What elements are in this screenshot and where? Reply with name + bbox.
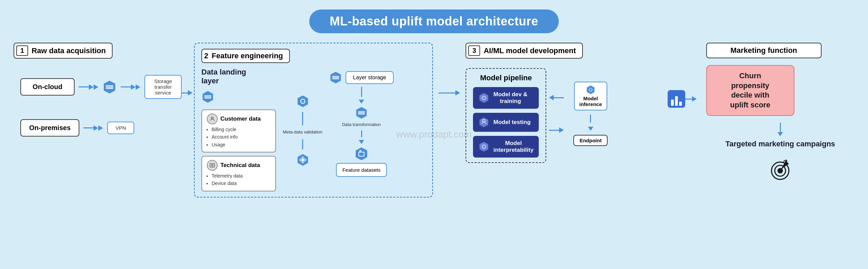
- section-3-num: 3: [468, 45, 480, 56]
- diagram-container: 1 Raw data acquisition On-cloud: [0, 43, 868, 269]
- source-boxes: On-cloud St: [20, 75, 182, 137]
- layer-storage-row: Layer storage: [329, 71, 394, 84]
- source-row-premises: On-premises VPN: [20, 119, 182, 137]
- svg-line-46: [784, 160, 785, 162]
- svg-point-43: [778, 169, 783, 173]
- pipeline-to-inference-arrows: [546, 95, 567, 133]
- churn-box: Churn propensity decile with uplift scor…: [706, 65, 794, 116]
- svg-text:↔: ↔: [482, 145, 485, 148]
- pipeline-step-training: ↔ Model dev & training: [473, 87, 539, 109]
- main-title: ML-based uplift model architecture: [309, 9, 558, 33]
- feature-hex-icon: [354, 147, 369, 161]
- pipeline-and-inference: Model pipeline ↔ Model dev & training: [466, 65, 608, 163]
- inference-icon: ↔: [586, 85, 595, 95]
- inference-label: Model inference: [579, 96, 602, 107]
- right-arrow-inference: [549, 127, 564, 133]
- arrow-down-head: [359, 100, 364, 104]
- storage-transfer-box: Storage transfer service: [144, 75, 182, 99]
- svg-text:↔: ↔: [482, 97, 485, 100]
- section-marketing: Marketing function Churn propensity deci…: [699, 43, 854, 183]
- svg-rect-9: [210, 164, 215, 167]
- target-icon: [767, 156, 794, 183]
- technical-data-icon: [207, 160, 218, 171]
- transformation-label: Data transformation: [342, 122, 381, 128]
- svg-point-10: [212, 165, 213, 166]
- section-3-header: 3 AI/ML model development: [466, 43, 583, 59]
- fe-right: Layer storage Data transformation: [329, 68, 394, 177]
- section-2-header: 2 Feature engineering: [201, 49, 290, 63]
- transform-hex-icon: [355, 106, 368, 119]
- svg-point-19: [301, 159, 304, 161]
- svg-marker-28: [356, 147, 367, 160]
- churn-to-targeted-arrow: [706, 123, 854, 136]
- data-landing: Data landing layer: [201, 68, 276, 191]
- title-container: ML-based uplift model architecture: [0, 0, 868, 33]
- step1-hex-icon: ↔: [478, 92, 489, 103]
- section-3: 3 AI/ML model development Model pipeline…: [462, 43, 665, 163]
- section-2-num: 2: [204, 51, 208, 60]
- source-row-cloud: On-cloud St: [20, 75, 182, 99]
- section-2: 2 Feature engineering Data landing layer: [194, 43, 433, 198]
- feature-datasets-container: Feature datasets: [336, 147, 387, 177]
- pipeline-step-interpretability: ↔ Model interpretability: [473, 136, 539, 158]
- v-conn-4: [361, 130, 362, 137]
- customer-data-icon: [207, 113, 218, 124]
- fe-middle: ↔ Meta-data validation: [283, 68, 322, 166]
- layer-hex-icon: [329, 71, 342, 84]
- section-1-header: 1 Raw data acquisition: [14, 43, 113, 59]
- target-icon-container: [706, 156, 854, 183]
- on-cloud-box: On-cloud: [20, 78, 75, 96]
- endpoint-box: Endpoint: [573, 135, 608, 146]
- landing-hex: [201, 90, 276, 105]
- arrow-3-marketing: [665, 90, 699, 108]
- arrow-2-3: [436, 90, 462, 96]
- marketing-header: Marketing function: [706, 43, 822, 58]
- technical-data-card: Technical data Telemetry data Device dat…: [201, 156, 276, 191]
- vpn-box: VPN: [107, 122, 134, 134]
- v-connector-2: [302, 139, 303, 149]
- feature-datasets-box: Feature datasets: [336, 163, 387, 177]
- v-conn-3: [361, 87, 362, 97]
- bar-chart-icon: [668, 90, 685, 108]
- section-1-num: 1: [16, 45, 28, 56]
- step2-hex-icon: [478, 117, 489, 128]
- section-1: 1 Raw data acquisition On-cloud: [14, 43, 170, 137]
- model-pipeline: Model pipeline ↔ Model dev & training: [466, 68, 546, 163]
- svg-text:↔: ↔: [301, 100, 304, 103]
- targeted-label: Targeted marketing campaigns: [706, 140, 854, 148]
- validation-label: Meta-data validation: [283, 129, 322, 135]
- premises-arrow: [83, 125, 103, 131]
- inference-area: ↔ Model inference Endpoint: [573, 82, 608, 146]
- customer-data-title: Customer data: [207, 113, 271, 124]
- section-1-label: Raw data acquisition: [32, 46, 106, 55]
- inference-box: ↔ Model inference: [574, 82, 608, 110]
- section-2-label: Feature engineering: [212, 51, 283, 60]
- customer-data-card: Customer data Billing cycle Account info…: [201, 109, 276, 152]
- landing-title: Data landing layer: [201, 68, 276, 86]
- section-3-label: AI/ML model development: [484, 46, 576, 55]
- pipeline-steps: ↔ Model dev & training Model testing: [473, 87, 539, 158]
- pipeline-title: Model pipeline: [473, 74, 539, 82]
- left-arrow-inference: [549, 95, 564, 100]
- hex-arrow: [121, 84, 140, 90]
- arrow-down-head-2: [359, 140, 364, 144]
- storage-hex-icon: [102, 80, 117, 94]
- transform-icon: [296, 153, 309, 166]
- svg-point-8: [211, 117, 213, 119]
- technical-data-title: Technical data: [207, 160, 271, 171]
- svg-text:↔: ↔: [590, 89, 592, 91]
- section-2-inner: Data landing layer: [201, 68, 426, 191]
- technical-data-items: Telemetry data Device data: [207, 172, 271, 187]
- pipeline-step-testing: Model testing: [473, 113, 539, 132]
- cloud-arrow: [79, 84, 98, 90]
- v-connector-1: [302, 112, 303, 125]
- on-premises-box: On-premises: [20, 119, 79, 137]
- validation-hex-icon: ↔: [296, 95, 309, 108]
- layer-storage-box: Layer storage: [346, 71, 394, 84]
- step3-hex-icon: ↔: [478, 141, 489, 152]
- customer-data-items: Billing cycle Account info Usage: [207, 126, 271, 148]
